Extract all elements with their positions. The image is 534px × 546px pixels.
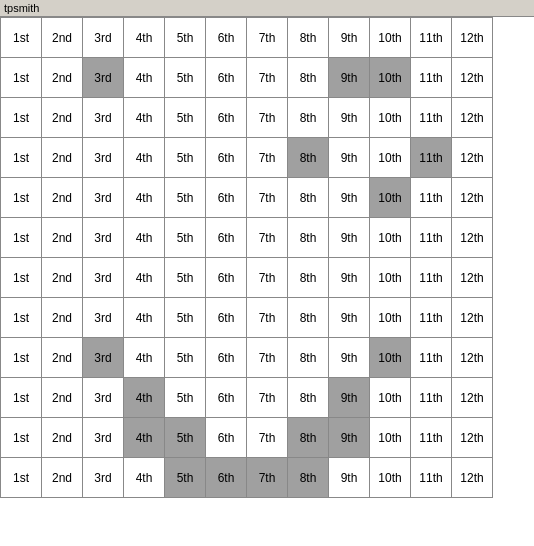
table-cell[interactable]: 11th	[411, 138, 452, 178]
table-cell[interactable]: 7th	[247, 458, 288, 498]
table-cell[interactable]: 1st	[1, 298, 42, 338]
table-cell[interactable]: 4th	[124, 18, 165, 58]
table-cell[interactable]: 2nd	[42, 218, 83, 258]
table-cell[interactable]: 8th	[288, 218, 329, 258]
table-cell[interactable]: 6th	[206, 258, 247, 298]
table-cell[interactable]: 7th	[247, 338, 288, 378]
table-cell[interactable]: 1st	[1, 418, 42, 458]
table-cell[interactable]: 3rd	[83, 338, 124, 378]
table-cell[interactable]: 8th	[288, 178, 329, 218]
table-cell[interactable]: 11th	[411, 178, 452, 218]
table-cell[interactable]: 4th	[124, 178, 165, 218]
table-cell[interactable]: 6th	[206, 298, 247, 338]
table-cell[interactable]: 8th	[288, 58, 329, 98]
table-cell[interactable]: 11th	[411, 418, 452, 458]
table-cell[interactable]: 1st	[1, 98, 42, 138]
table-cell[interactable]: 2nd	[42, 378, 83, 418]
table-cell[interactable]: 5th	[165, 98, 206, 138]
table-cell[interactable]: 11th	[411, 338, 452, 378]
table-cell[interactable]: 8th	[288, 418, 329, 458]
table-cell[interactable]: 6th	[206, 98, 247, 138]
table-cell[interactable]: 2nd	[42, 258, 83, 298]
table-cell[interactable]: 6th	[206, 18, 247, 58]
table-cell[interactable]: 1st	[1, 258, 42, 298]
table-cell[interactable]: 5th	[165, 138, 206, 178]
table-cell[interactable]: 8th	[288, 98, 329, 138]
table-cell[interactable]: 2nd	[42, 418, 83, 458]
table-cell[interactable]: 4th	[124, 378, 165, 418]
table-cell[interactable]: 3rd	[83, 138, 124, 178]
table-cell[interactable]: 3rd	[83, 258, 124, 298]
table-cell[interactable]: 2nd	[42, 138, 83, 178]
table-cell[interactable]: 2nd	[42, 458, 83, 498]
table-cell[interactable]: 5th	[165, 178, 206, 218]
table-cell[interactable]: 10th	[370, 138, 411, 178]
table-cell[interactable]: 6th	[206, 138, 247, 178]
table-cell[interactable]: 7th	[247, 258, 288, 298]
table-cell[interactable]: 3rd	[83, 58, 124, 98]
table-cell[interactable]: 3rd	[83, 98, 124, 138]
table-cell[interactable]: 6th	[206, 418, 247, 458]
table-cell[interactable]: 6th	[206, 338, 247, 378]
table-cell[interactable]: 5th	[165, 418, 206, 458]
table-cell[interactable]: 9th	[329, 338, 370, 378]
table-cell[interactable]: 4th	[124, 298, 165, 338]
grid-container[interactable]: 1st2nd3rd4th5th6th7th8th9th10th11th12th1…	[0, 17, 534, 546]
table-cell[interactable]: 12th	[452, 178, 493, 218]
table-cell[interactable]: 4th	[124, 458, 165, 498]
table-cell[interactable]: 10th	[370, 458, 411, 498]
table-cell[interactable]: 7th	[247, 98, 288, 138]
table-cell[interactable]: 8th	[288, 18, 329, 58]
table-cell[interactable]: 1st	[1, 58, 42, 98]
table-cell[interactable]: 10th	[370, 298, 411, 338]
table-cell[interactable]: 8th	[288, 378, 329, 418]
table-cell[interactable]: 5th	[165, 378, 206, 418]
table-cell[interactable]: 7th	[247, 138, 288, 178]
table-cell[interactable]: 11th	[411, 218, 452, 258]
table-cell[interactable]: 2nd	[42, 338, 83, 378]
table-cell[interactable]: 1st	[1, 458, 42, 498]
table-cell[interactable]: 9th	[329, 178, 370, 218]
table-cell[interactable]: 10th	[370, 338, 411, 378]
table-cell[interactable]: 7th	[247, 298, 288, 338]
table-cell[interactable]: 9th	[329, 378, 370, 418]
table-cell[interactable]: 11th	[411, 98, 452, 138]
table-cell[interactable]: 12th	[452, 458, 493, 498]
table-cell[interactable]: 12th	[452, 378, 493, 418]
table-cell[interactable]: 10th	[370, 178, 411, 218]
table-cell[interactable]: 11th	[411, 378, 452, 418]
table-cell[interactable]: 5th	[165, 58, 206, 98]
table-cell[interactable]: 4th	[124, 58, 165, 98]
table-cell[interactable]: 3rd	[83, 378, 124, 418]
table-cell[interactable]: 9th	[329, 258, 370, 298]
table-cell[interactable]: 8th	[288, 298, 329, 338]
table-cell[interactable]: 9th	[329, 218, 370, 258]
table-cell[interactable]: 12th	[452, 338, 493, 378]
table-cell[interactable]: 7th	[247, 418, 288, 458]
table-cell[interactable]: 9th	[329, 458, 370, 498]
table-cell[interactable]: 9th	[329, 18, 370, 58]
table-cell[interactable]: 12th	[452, 18, 493, 58]
table-cell[interactable]: 8th	[288, 258, 329, 298]
table-cell[interactable]: 10th	[370, 18, 411, 58]
table-cell[interactable]: 4th	[124, 138, 165, 178]
table-cell[interactable]: 10th	[370, 378, 411, 418]
table-cell[interactable]: 6th	[206, 458, 247, 498]
table-cell[interactable]: 1st	[1, 138, 42, 178]
table-cell[interactable]: 11th	[411, 18, 452, 58]
table-cell[interactable]: 2nd	[42, 58, 83, 98]
table-cell[interactable]: 9th	[329, 138, 370, 178]
table-cell[interactable]: 3rd	[83, 458, 124, 498]
table-cell[interactable]: 5th	[165, 18, 206, 58]
table-cell[interactable]: 7th	[247, 58, 288, 98]
table-cell[interactable]: 10th	[370, 418, 411, 458]
table-cell[interactable]: 5th	[165, 258, 206, 298]
table-cell[interactable]: 4th	[124, 218, 165, 258]
table-cell[interactable]: 1st	[1, 338, 42, 378]
table-cell[interactable]: 12th	[452, 98, 493, 138]
table-cell[interactable]: 5th	[165, 298, 206, 338]
table-cell[interactable]: 10th	[370, 218, 411, 258]
table-cell[interactable]: 8th	[288, 458, 329, 498]
table-cell[interactable]: 12th	[452, 418, 493, 458]
table-cell[interactable]: 4th	[124, 98, 165, 138]
